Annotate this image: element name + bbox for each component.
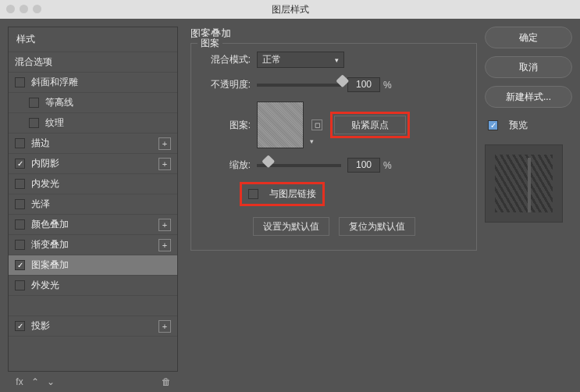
slider-thumb[interactable] bbox=[262, 155, 275, 168]
checkbox[interactable] bbox=[15, 280, 25, 290]
make-default-button[interactable]: 设置为默认值 bbox=[253, 217, 329, 236]
checkbox[interactable] bbox=[15, 179, 25, 189]
style-inner-shadow[interactable]: 内阴影 + bbox=[9, 154, 177, 174]
checkbox[interactable] bbox=[29, 118, 39, 128]
checkbox[interactable] bbox=[15, 138, 25, 148]
add-icon[interactable]: + bbox=[158, 239, 171, 251]
style-satin[interactable]: 光泽 bbox=[9, 194, 177, 215]
preview-checkbox[interactable] bbox=[488, 120, 498, 130]
add-icon[interactable]: + bbox=[158, 219, 171, 231]
blending-options[interactable]: 混合选项 bbox=[9, 52, 177, 73]
window-title: 图层样式 bbox=[272, 3, 309, 16]
chevron-updown-icon[interactable]: ⌃ bbox=[30, 376, 41, 387]
link-layer-checkbox[interactable] bbox=[248, 189, 258, 199]
scale-input[interactable]: 100 bbox=[347, 158, 380, 173]
fx-icon[interactable]: fx bbox=[14, 376, 25, 387]
style-drop-shadow[interactable]: 投影 + bbox=[9, 316, 177, 337]
blendmode-select[interactable]: 正常 ▾ bbox=[257, 52, 344, 68]
pattern-label: 图案: bbox=[202, 119, 251, 132]
style-stroke[interactable]: 描边 + bbox=[9, 134, 177, 154]
checkbox[interactable] bbox=[15, 199, 25, 209]
styles-header: 样式 bbox=[9, 27, 177, 52]
opacity-input[interactable]: 100 bbox=[347, 77, 380, 92]
checkbox[interactable] bbox=[15, 321, 25, 331]
cancel-button[interactable]: 取消 bbox=[485, 56, 572, 78]
scale-slider[interactable] bbox=[257, 164, 341, 167]
new-pattern-icon[interactable]: ◻ bbox=[311, 119, 322, 130]
fieldset-legend: 图案 bbox=[197, 37, 222, 50]
preview-label: 预览 bbox=[509, 119, 528, 132]
style-color-overlay[interactable]: 颜色叠加 + bbox=[9, 215, 177, 235]
style-inner-glow[interactable]: 内发光 bbox=[9, 174, 177, 194]
trash-icon[interactable]: 🗑 bbox=[161, 376, 172, 387]
style-texture[interactable]: 纹理 bbox=[9, 113, 177, 134]
min-dot[interactable] bbox=[20, 5, 28, 13]
opacity-label: 不透明度: bbox=[202, 78, 251, 91]
preview-thumbnail bbox=[485, 144, 563, 223]
ok-button[interactable]: 确定 bbox=[485, 27, 572, 48]
opacity-slider[interactable] bbox=[257, 84, 341, 87]
add-icon[interactable]: + bbox=[158, 158, 171, 170]
add-icon[interactable]: + bbox=[158, 137, 171, 150]
highlight-link: 与图层链接 bbox=[240, 182, 325, 206]
new-style-button[interactable]: 新建样式... bbox=[485, 86, 572, 108]
chevron-down-icon[interactable]: ⌄ bbox=[45, 376, 56, 387]
pattern-picker[interactable]: ▾ bbox=[257, 102, 304, 148]
checkbox[interactable] bbox=[15, 77, 25, 87]
list-blank bbox=[9, 296, 177, 316]
checkbox[interactable] bbox=[29, 98, 39, 108]
snap-origin-button[interactable]: 贴紧原点 bbox=[334, 116, 406, 134]
checkbox[interactable] bbox=[15, 159, 25, 169]
style-pattern-overlay[interactable]: 图案叠加 bbox=[9, 255, 177, 276]
scale-label: 缩放: bbox=[202, 159, 251, 172]
panel-title: 图案叠加 bbox=[190, 27, 477, 41]
close-dot[interactable] bbox=[6, 5, 15, 13]
checkbox[interactable] bbox=[15, 260, 25, 270]
add-icon[interactable]: + bbox=[158, 320, 171, 333]
checkbox[interactable] bbox=[15, 240, 25, 250]
chevron-down-icon: ▾ bbox=[310, 137, 314, 145]
chevron-down-icon: ▾ bbox=[335, 56, 339, 64]
style-contour[interactable]: 等高线 bbox=[9, 93, 177, 113]
style-bevel[interactable]: 斜面和浮雕 bbox=[9, 73, 177, 93]
max-dot[interactable] bbox=[33, 5, 41, 13]
link-layer-label: 与图层链接 bbox=[269, 187, 316, 201]
checkbox[interactable] bbox=[15, 219, 25, 230]
highlight-snap: 贴紧原点 bbox=[330, 112, 410, 138]
style-outer-glow[interactable]: 外发光 bbox=[9, 276, 177, 296]
blendmode-label: 混合模式: bbox=[202, 53, 251, 66]
reset-default-button[interactable]: 复位为默认值 bbox=[339, 217, 415, 236]
style-gradient-overlay[interactable]: 渐变叠加 + bbox=[9, 235, 177, 255]
